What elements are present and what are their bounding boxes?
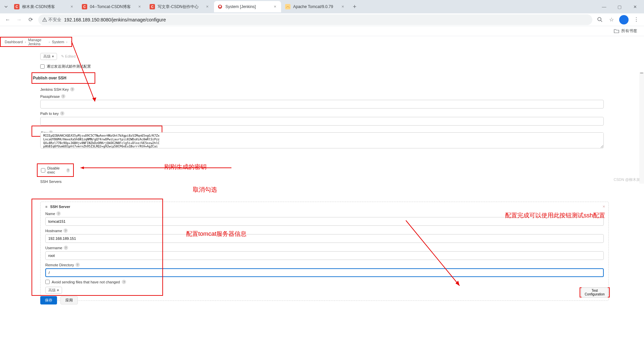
bookmarks-bar: 所有书签 <box>0 26 644 36</box>
svg-point-4 <box>598 17 601 21</box>
help-icon[interactable]: ? <box>70 87 74 91</box>
breadcrumb-system[interactable]: System <box>52 40 64 44</box>
disable-exec-highlight: Disable exec ? <box>37 163 74 177</box>
avoid-sending-checkbox[interactable] <box>45 280 50 284</box>
svg-line-5 <box>601 20 602 22</box>
help-icon[interactable]: ? <box>66 168 70 173</box>
remove-server-icon[interactable]: × <box>602 204 605 209</box>
hostname-input[interactable] <box>45 234 604 243</box>
chevron-right-icon: › <box>49 40 50 44</box>
pencil-icon: ✎ <box>61 54 64 58</box>
annotation-tomcat-config: 配置tomcat服务器信息 <box>186 230 247 238</box>
maximize-button[interactable]: ▢ <box>612 1 627 12</box>
advanced-dropdown[interactable]: 高级 ▾ <box>40 53 57 60</box>
tab-jenkins-system[interactable]: System [Jenkins] × <box>214 1 281 12</box>
url-field[interactable]: 不安全 192.168.189.150:8080/jenkins/manage/… <box>38 14 592 25</box>
close-icon[interactable]: × <box>69 4 74 9</box>
profile-avatar[interactable] <box>619 15 629 24</box>
new-tab-button[interactable]: + <box>350 3 360 10</box>
tab-title: Apache Tomcat/9.0.79 <box>293 4 340 9</box>
watermark: CSDN @柳木泉 <box>614 177 640 182</box>
remote-directory-input[interactable] <box>45 268 604 277</box>
tabs-dropdown-icon[interactable] <box>1 4 11 9</box>
apply-button[interactable]: 应用 <box>60 296 78 304</box>
edited-label: ✎ Edited <box>61 54 75 59</box>
browser-tab-bar: C 柳木泉-CSDN博客 × C 04--Tomcat-CSDN博客 × C 写… <box>0 0 644 13</box>
save-button[interactable]: 保存 <box>40 296 57 304</box>
jenkins-ssh-key-label: Jenkins SSH Key ? <box>40 87 604 91</box>
avoid-sending-label: Avoid sending files that have not change… <box>52 280 120 284</box>
publish-over-ssh-header: Publish over SSH <box>32 72 95 84</box>
help-icon[interactable]: ? <box>56 211 61 216</box>
username-label: Username <box>45 246 62 250</box>
browser-menu-icon[interactable]: ⋮ <box>631 14 642 25</box>
chevron-right-icon: › <box>66 40 67 44</box>
csdn-icon: C <box>82 4 87 9</box>
help-icon[interactable]: ? <box>122 280 126 284</box>
all-bookmarks-button[interactable]: 所有书签 <box>614 28 637 34</box>
disable-exec-checkbox[interactable] <box>41 168 45 173</box>
jenkins-icon <box>217 4 223 9</box>
url-text: 192.168.189.150:8080/jenkins/manage/conf… <box>64 17 166 22</box>
server-name-label: Name <box>45 212 55 216</box>
server-advanced-dropdown[interactable]: 高级 ▾ <box>45 287 62 294</box>
help-icon[interactable]: ? <box>64 246 68 250</box>
minimize-button[interactable]: — <box>596 1 612 12</box>
help-icon[interactable]: ? <box>75 263 80 267</box>
address-bar: ← → ⟳ 不安全 192.168.189.150:8080/jenkins/m… <box>0 13 644 26</box>
key-textarea[interactable] <box>40 132 604 148</box>
test-email-label: 通过发送测试邮件测试配置 <box>47 64 91 69</box>
tab-tomcat-blog[interactable]: C 04--Tomcat-CSDN博客 × <box>78 1 146 12</box>
tab-title: 写文章-CSDN创作中心 <box>158 4 205 10</box>
breadcrumb: Dashboard › Manage Jenkins › System › <box>0 37 72 47</box>
tab-title: System [Jenkins] <box>225 4 272 9</box>
chevron-right-icon: › <box>25 40 26 44</box>
tab-title: 柳木泉-CSDN博客 <box>22 4 69 10</box>
annotation-cancel-check: 取消勾选 <box>193 186 217 194</box>
help-icon[interactable]: ? <box>61 94 65 98</box>
chevron-down-icon: ▾ <box>52 54 54 59</box>
tab-title: 04--Tomcat-CSDN博客 <box>90 4 137 10</box>
passphrase-input[interactable] <box>40 100 604 109</box>
close-icon[interactable]: × <box>137 4 142 9</box>
scrollbar[interactable] <box>639 72 644 184</box>
tab-apache-tomcat[interactable]: Apache Tomcat/9.0.79 × <box>282 1 349 12</box>
back-button[interactable]: ← <box>2 14 13 25</box>
annotation-arrow <box>77 166 231 169</box>
close-window-button[interactable]: ✕ <box>627 1 643 12</box>
svg-marker-9 <box>80 166 84 169</box>
window-controls: — ▢ ✕ <box>596 1 643 12</box>
path-to-key-input[interactable] <box>40 117 604 126</box>
forward-button[interactable]: → <box>13 14 25 25</box>
breadcrumb-dashboard[interactable]: Dashboard <box>5 40 23 44</box>
drag-handle-icon[interactable]: ≡ <box>45 205 47 209</box>
folder-icon <box>614 28 619 34</box>
test-email-checkbox[interactable] <box>40 64 45 69</box>
annotation-test-ssh: 配置完成可以使用此按钮测试ssh配置 <box>505 211 605 219</box>
tab-csdn-blog[interactable]: C 柳木泉-CSDN博客 × <box>11 1 78 12</box>
search-icon[interactable] <box>594 14 606 25</box>
breadcrumb-manage-jenkins[interactable]: Manage Jenkins <box>28 38 47 46</box>
chevron-down-icon: ▾ <box>57 288 59 292</box>
bookmark-star-icon[interactable]: ☆ <box>606 14 617 25</box>
ssh-servers-label: SSH Servers <box>40 180 604 184</box>
scrollbar-thumb[interactable] <box>640 72 643 74</box>
test-config-highlight: Test Configuration <box>580 287 610 297</box>
reload-button[interactable]: ⟳ <box>25 14 36 25</box>
close-icon[interactable]: × <box>340 4 345 9</box>
insecure-warning: 不安全 <box>42 17 61 23</box>
csdn-icon: C <box>14 4 19 9</box>
passphrase-label: Passphrase ? <box>40 94 604 98</box>
help-icon[interactable]: ? <box>63 228 68 233</box>
path-to-key-label: Path to key ? <box>40 111 604 116</box>
svg-point-3 <box>44 20 45 21</box>
tab-write-article[interactable]: C 写文章-CSDN创作中心 × <box>146 1 213 12</box>
test-configuration-button[interactable]: Test Configuration <box>581 287 608 297</box>
close-icon[interactable]: × <box>205 4 210 9</box>
tomcat-icon <box>285 4 290 9</box>
svg-point-1 <box>219 5 221 7</box>
help-icon[interactable]: ? <box>60 111 64 116</box>
username-input[interactable] <box>45 251 604 260</box>
close-icon[interactable]: × <box>272 4 278 9</box>
csdn-icon: C <box>150 4 155 9</box>
